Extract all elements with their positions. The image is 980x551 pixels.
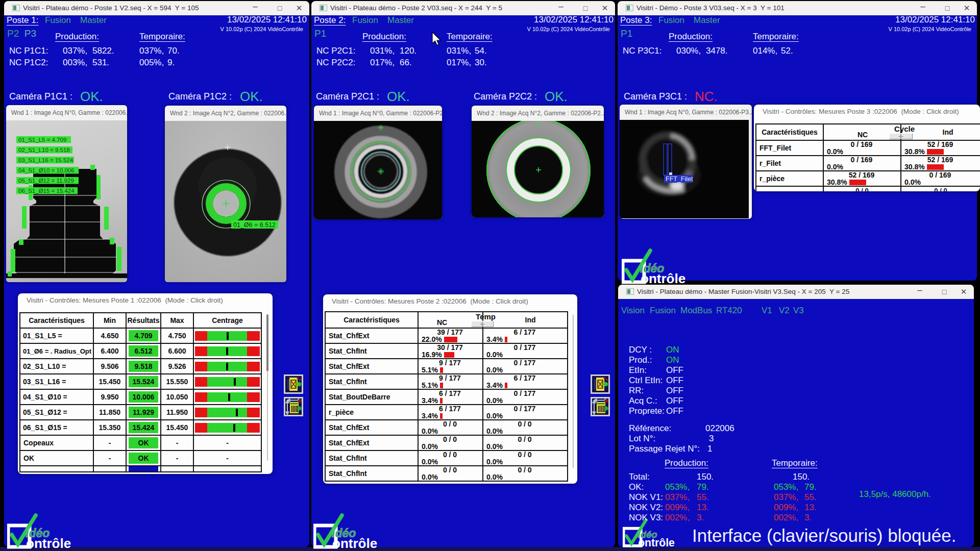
svg-text:06_S1_Ø15 = 15.424: 06_S1_Ø15 = 15.424 [18, 188, 75, 194]
svg-text:04_S1_Ø10 = 10.006: 04_S1_Ø10 = 10.006 [18, 167, 75, 173]
svg-text:ontrôle: ontrôle [638, 537, 675, 548]
svg-text:02_S1_L10 = 9.518: 02_S1_L10 = 9.518 [18, 147, 70, 153]
svg-text:ontrôle: ontrôle [26, 536, 71, 549]
svg-text:ontrôle: ontrôle [641, 271, 685, 285]
svg-text:01_Ø6 = 6.512: 01_Ø6 = 6.512 [233, 221, 276, 229]
svg-text:03_S1_L16 = 15.524: 03_S1_L16 = 15.524 [18, 157, 74, 163]
svg-text:FFT_Filet: FFT_Filet [666, 176, 693, 183]
svg-text:01_S1_L5 = 4.709: 01_S1_L5 = 4.709 [18, 137, 66, 143]
svg-text:05_S1_Ø12 = 11.929: 05_S1_Ø12 = 11.929 [18, 178, 74, 184]
svg-text:ontrôle: ontrôle [332, 536, 377, 549]
